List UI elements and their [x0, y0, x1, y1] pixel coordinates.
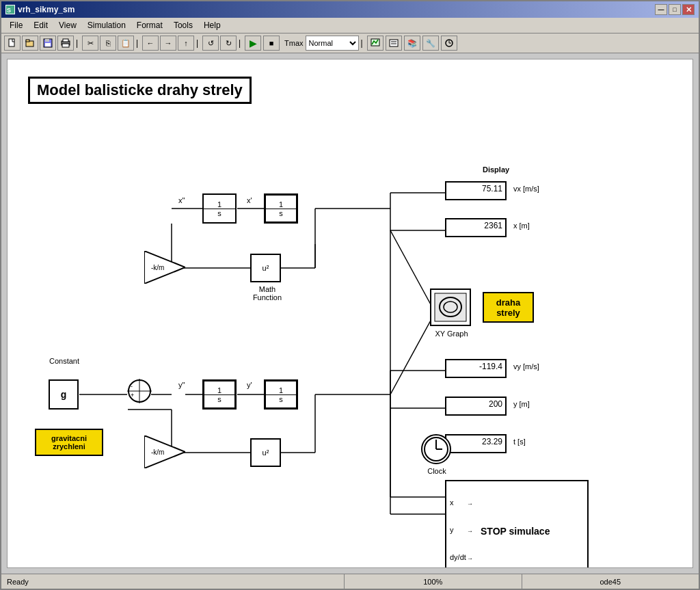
- clock-label: Clock: [423, 467, 450, 475]
- draha-text: draha strely: [496, 297, 520, 318]
- sum-block[interactable]: - +: [127, 379, 152, 403]
- close-button[interactable]: ✕: [682, 4, 695, 15]
- label-t: t [s]: [513, 438, 526, 446]
- minimize-button[interactable]: —: [655, 4, 667, 15]
- gravity-text: gravitacni zrychleni: [51, 434, 87, 451]
- svg-text:S: S: [7, 7, 11, 14]
- svg-line-52: [390, 319, 431, 394]
- sep3: |: [196, 38, 200, 48]
- gain-x-block[interactable]: -k/m: [144, 251, 185, 284]
- scope-button[interactable]: [367, 36, 383, 51]
- label-x: x [m]: [513, 222, 530, 230]
- maximize-button[interactable]: □: [669, 4, 681, 15]
- svg-rect-4: [26, 40, 29, 42]
- menu-simulation[interactable]: Simulation: [82, 19, 131, 31]
- redo-button[interactable]: ↻: [220, 36, 237, 51]
- display-vy[interactable]: -119.4: [445, 359, 507, 378]
- menu-format[interactable]: Format: [131, 19, 168, 31]
- label-vx: vx [m/s]: [513, 185, 539, 193]
- title-bar-left: S vrh_sikmy_sm: [5, 5, 75, 14]
- extra-button[interactable]: [441, 36, 457, 51]
- display-vx[interactable]: 75.11: [445, 181, 507, 200]
- menu-bar: File Edit View Simulation Format Tools H…: [1, 18, 699, 33]
- label-ypp: y": [178, 381, 185, 389]
- sep2: |: [136, 38, 140, 48]
- math-func-y-block[interactable]: u²: [250, 438, 281, 467]
- svg-rect-10: [62, 44, 69, 47]
- canvas-area[interactable]: Model balisticke drahy strely 1 s 1 s x"…: [1, 53, 699, 574]
- display-x[interactable]: 2361: [445, 218, 507, 237]
- paste-button[interactable]: 📋: [118, 36, 134, 51]
- math-func-x-name: MathFunction: [233, 285, 301, 301]
- integrator-y-bot: s: [204, 395, 234, 403]
- connection-lines: [8, 59, 692, 567]
- cut-button[interactable]: ✂: [82, 36, 98, 51]
- subsystem-port-dydt: dy/dt: [450, 553, 466, 561]
- file-toolbar-group: [4, 36, 74, 51]
- svg-rect-7: [45, 43, 51, 46]
- diagram-title: Model balisticke drahy strely: [28, 77, 252, 104]
- display-vx-value: 75.11: [482, 184, 502, 193]
- print-button[interactable]: [57, 36, 74, 51]
- port-y-arrow: →: [467, 528, 473, 535]
- integrator-x-block[interactable]: 1 s: [202, 193, 237, 224]
- integrator-x2-bot: s: [266, 209, 296, 217]
- integrator-x2-block[interactable]: 1 s: [264, 193, 298, 224]
- undo-button[interactable]: ↺: [202, 36, 219, 51]
- svg-text:-k/m: -k/m: [151, 264, 164, 271]
- label-y: y [m]: [513, 400, 530, 408]
- menu-tools[interactable]: Tools: [168, 19, 198, 31]
- integrator-y-block[interactable]: 1 s: [202, 379, 237, 410]
- back-button[interactable]: ←: [142, 36, 159, 51]
- display-vy-value: -119.4: [479, 362, 502, 371]
- subsystem-block[interactable]: x y dy/dt STOP simulace → → →: [445, 480, 589, 568]
- menu-help[interactable]: Help: [198, 19, 226, 31]
- debug-button[interactable]: 🔧: [422, 36, 439, 51]
- clock-block[interactable]: [421, 434, 451, 464]
- title-buttons: — □ ✕: [655, 4, 695, 15]
- app-icon: S: [5, 5, 15, 14]
- status-bar: Ready 100% ode45: [1, 574, 699, 589]
- mode-select[interactable]: Normal Accelerator: [306, 36, 359, 51]
- svg-rect-6: [45, 39, 49, 42]
- forward-button[interactable]: →: [160, 36, 176, 51]
- menu-edit[interactable]: Edit: [28, 19, 53, 31]
- status-zoom: 100%: [345, 574, 522, 589]
- display-t[interactable]: 23.29: [445, 434, 507, 453]
- display-x-value: 2361: [484, 221, 502, 230]
- main-window: S vrh_sikmy_sm — □ ✕ File Edit View Simu…: [0, 0, 700, 590]
- port-x-arrow: →: [467, 500, 473, 507]
- param-button[interactable]: [386, 36, 402, 51]
- copy-button[interactable]: ⎘: [100, 36, 116, 51]
- gain-y-block[interactable]: -k/m: [144, 435, 185, 468]
- svg-rect-9: [63, 39, 68, 42]
- port-dydt-arrow: →: [467, 555, 473, 562]
- display-y[interactable]: 200: [445, 397, 507, 416]
- integrator-y-top: 1: [204, 386, 234, 395]
- xy-graph-block[interactable]: [430, 289, 471, 326]
- tmax-label: Tmax: [284, 39, 304, 47]
- up-button[interactable]: ↑: [178, 36, 194, 51]
- menu-view[interactable]: View: [53, 19, 82, 31]
- draha-strely-block[interactable]: draha strely: [483, 292, 534, 323]
- math-func-x-block[interactable]: u²: [250, 254, 281, 282]
- constant-g-label: g: [61, 389, 67, 400]
- status-solver: ode45: [522, 574, 699, 589]
- save-button[interactable]: [40, 36, 56, 51]
- window-title: vrh_sikmy_sm: [18, 5, 75, 14]
- new-button[interactable]: [4, 36, 21, 51]
- svg-line-51: [390, 230, 431, 306]
- integrator-x2-top: 1: [266, 200, 296, 209]
- gravity-label-block[interactable]: gravitacni zrychleni: [35, 429, 103, 456]
- stop-button[interactable]: ■: [263, 36, 280, 51]
- run-button[interactable]: ▶: [245, 36, 261, 51]
- svg-text:+: +: [131, 392, 134, 399]
- svg-rect-2: [9, 39, 14, 46]
- library-button[interactable]: 📚: [404, 36, 420, 51]
- constant-g-block[interactable]: g: [49, 379, 79, 410]
- subsystem-port-y: y: [450, 526, 454, 534]
- status-ready: Ready: [1, 574, 345, 589]
- integrator-y2-block[interactable]: 1 s: [264, 379, 298, 410]
- menu-file[interactable]: File: [4, 19, 28, 31]
- open-button[interactable]: [22, 36, 38, 51]
